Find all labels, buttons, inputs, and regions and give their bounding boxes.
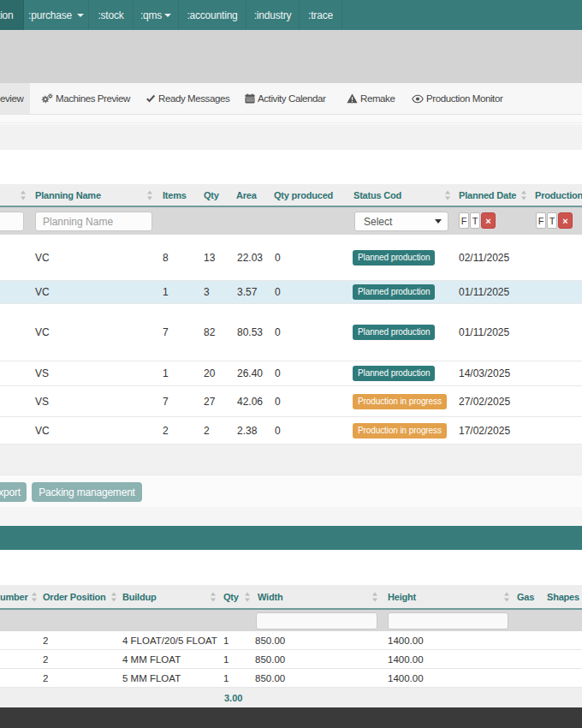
chevron-down-icon — [77, 14, 84, 17]
nav-item-purchase[interactable]: :purchase — [24, 0, 89, 30]
col-header-qty-produced[interactable]: Qty produced — [274, 190, 333, 200]
status-badge-label: Planned production — [353, 250, 435, 266]
sort-icon[interactable] — [147, 190, 153, 200]
select-caret-button[interactable] — [429, 212, 448, 230]
cell-planning-name: VC — [35, 425, 50, 437]
sort-icon[interactable] — [445, 190, 451, 200]
cell-planned-date: 17/02/2025 — [459, 425, 510, 437]
eye-icon — [412, 94, 424, 104]
col-header-width[interactable]: Width — [258, 592, 282, 602]
cell-planned-date: 14/03/2025 — [459, 367, 510, 379]
bottom-bar — [0, 707, 582, 728]
production-date-clear-button[interactable]: × — [558, 212, 573, 229]
cell-area: 80.53 — [237, 326, 263, 338]
sort-icon[interactable] — [21, 190, 27, 200]
item-row[interactable]: 2 4 MM FLOAT 1 850.00 1400.00 — [0, 650, 582, 669]
col-header-number[interactable]: umber — [0, 592, 28, 602]
cell-width: 850.00 — [255, 636, 285, 646]
col-header-planning-name[interactable]: Planning Name — [35, 190, 101, 200]
production-date-to-button[interactable]: T — [547, 212, 557, 229]
nav-item-production[interactable]: tion — [0, 0, 24, 30]
height-filter-input[interactable] — [388, 612, 508, 630]
nav-item-industry[interactable]: :industry — [246, 0, 300, 30]
width-filter-input[interactable] — [256, 612, 377, 630]
cell-qty-produced: 0 — [275, 425, 281, 437]
tab-machines-preview[interactable]: Machines Preview — [41, 83, 130, 114]
nav-item-label: :trace — [308, 9, 333, 21]
cell-order-position: 2 — [43, 673, 48, 683]
col-header-planned-date[interactable]: Planned Date — [459, 190, 516, 200]
cell-qty: 82 — [204, 326, 215, 338]
cell-area: 22.03 — [237, 252, 263, 264]
col-header-height[interactable]: Height — [388, 592, 416, 602]
col-header-buildup[interactable]: Buildup — [122, 592, 157, 602]
planning-row-selected[interactable]: VC 1 3 3.57 0 Planned production 01/11/2… — [0, 281, 582, 304]
planning-row[interactable]: VS 7 27 42.06 0 Production in progress 2… — [0, 386, 582, 417]
planning-row[interactable]: VC 7 82 80.53 0 Planned production 01/11… — [0, 304, 582, 361]
planning-name-filter-input[interactable] — [35, 212, 152, 231]
planned-date-to-button[interactable]: T — [470, 212, 480, 229]
planning-row[interactable]: VS 1 20 26.40 0 Planned production 14/03… — [0, 361, 582, 386]
cell-planned-date: 01/11/2025 — [459, 286, 509, 298]
nav-item-label: :stock — [98, 9, 123, 21]
cell-width: 850.00 — [255, 673, 285, 683]
cell-height: 1400.00 — [388, 636, 424, 646]
sort-icon[interactable] — [32, 592, 38, 601]
tab-activity-calendar[interactable]: Activity Calendar — [245, 83, 325, 114]
cell-planning-name: VS — [35, 396, 49, 408]
export-button[interactable]: xport — [0, 482, 27, 502]
nav-item-label: :industry — [254, 9, 292, 21]
cell-qty: 3 — [204, 286, 210, 298]
sort-icon[interactable] — [521, 190, 527, 200]
sort-icon[interactable] — [245, 592, 251, 601]
tab-remake[interactable]: Remake — [347, 83, 395, 114]
page-header-band — [0, 30, 582, 83]
col-header-gas[interactable]: Gas — [517, 592, 534, 602]
item-row[interactable]: 2 5 MM FLOAT 1 850.00 1400.00 — [0, 669, 582, 688]
production-date-from-button[interactable]: F — [536, 212, 546, 229]
sort-icon[interactable] — [211, 592, 217, 601]
sort-icon[interactable] — [372, 592, 378, 601]
item-row[interactable]: 2 4 FLOAT/20/5 FLOAT 1 850.00 1400.00 — [0, 631, 582, 650]
status-badge-label: Planned production — [353, 366, 435, 381]
planning-row[interactable]: VC 2 2 2.38 0 Production in progress 17/… — [0, 417, 582, 445]
cell-qty-produced: 0 — [275, 252, 281, 264]
status-badge: Planned production — [353, 284, 435, 300]
sort-icon[interactable] — [111, 592, 117, 601]
nav-item-qms[interactable]: :qms — [134, 0, 179, 30]
cell-qty-produced: 0 — [275, 326, 281, 338]
tab-ready-messages[interactable]: Ready Messages — [146, 83, 229, 114]
cell-qty: 13 — [204, 252, 215, 264]
col-header-qty[interactable]: Qty — [223, 592, 239, 602]
items-filter-row — [0, 610, 582, 631]
packing-management-button[interactable]: Packing management — [32, 482, 142, 502]
planning-row[interactable]: VC 8 13 22.03 0 Planned production 02/11… — [0, 235, 582, 281]
tab-production-monitor[interactable]: Production Monitor — [412, 83, 502, 114]
status-filter-select[interactable]: Select — [354, 212, 448, 231]
tab-label: Ready Messages — [158, 93, 229, 104]
nav-item-trace[interactable]: :trace — [300, 0, 342, 30]
col-header-items[interactable]: Items — [163, 190, 187, 200]
cell-qty: 20 — [204, 367, 215, 379]
filter-input-partial[interactable] — [0, 212, 24, 231]
col-header-order-position[interactable]: Order Position — [43, 592, 106, 602]
planned-date-clear-button[interactable]: × — [481, 212, 496, 229]
status-badge-label: Production in progress — [353, 423, 447, 439]
nav-item-label: :accounting — [187, 9, 237, 21]
cell-area: 26.40 — [237, 367, 263, 379]
sort-icon[interactable] — [504, 592, 510, 601]
cell-order-position: 2 — [43, 654, 48, 665]
col-header-qty[interactable]: Qty — [204, 190, 219, 200]
col-header-area[interactable]: Area — [236, 190, 257, 200]
col-header-shapes[interactable]: Shapes — [547, 592, 579, 602]
nav-item-stock[interactable]: :stock — [89, 0, 134, 30]
tab-preview[interactable]: eview — [0, 83, 30, 114]
cell-area: 2.38 — [237, 425, 257, 437]
planned-date-from-button[interactable]: F — [459, 212, 469, 229]
col-header-status-code[interactable]: Status Cod — [353, 190, 401, 200]
nav-item-label: :qms — [140, 9, 162, 21]
status-badge-label: Planned production — [353, 284, 435, 300]
col-header-production[interactable]: Production — [535, 190, 582, 200]
tab-bar: eview Machines Preview — [0, 83, 582, 115]
nav-item-accounting[interactable]: :accounting — [179, 0, 246, 30]
